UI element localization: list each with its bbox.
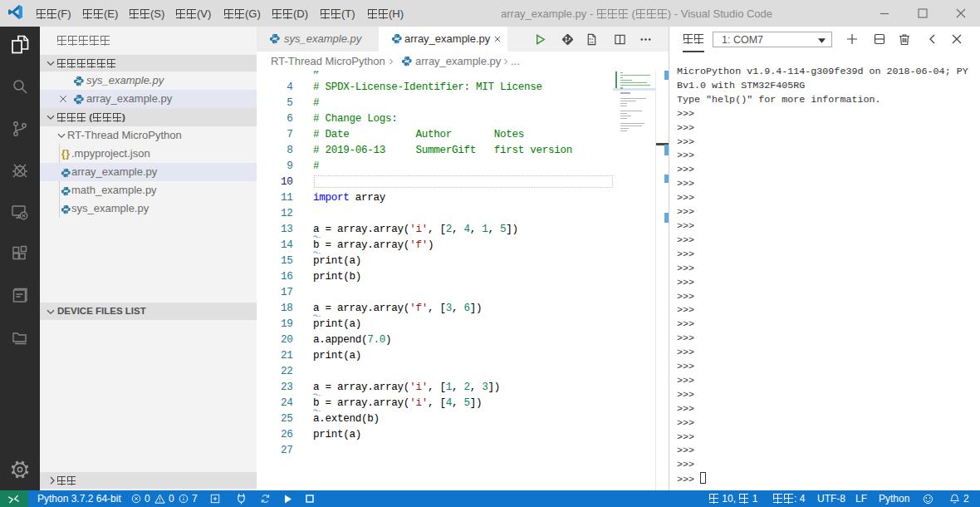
svg-text:10: 10	[589, 40, 594, 44]
